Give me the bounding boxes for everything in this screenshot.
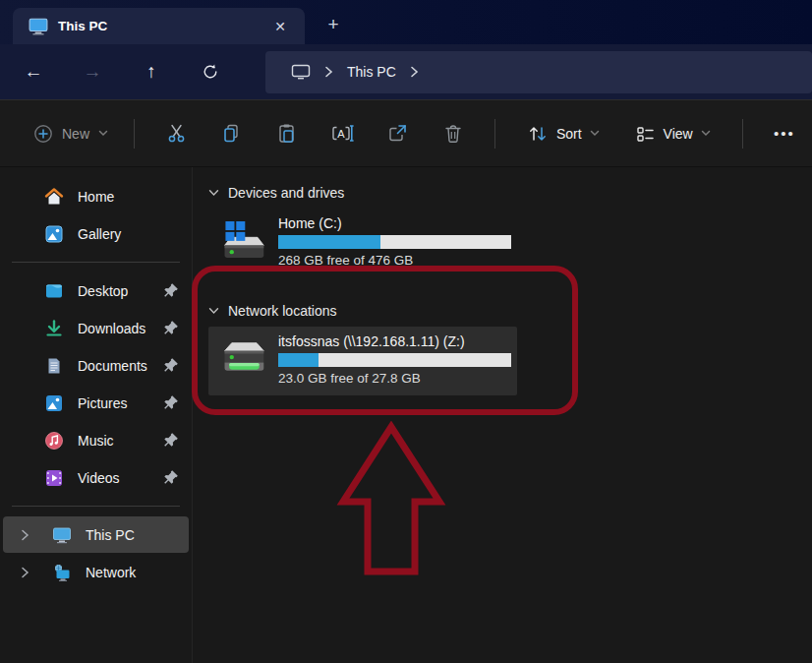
network-drive-icon bbox=[220, 333, 266, 383]
music-icon bbox=[44, 431, 64, 451]
share-button[interactable] bbox=[377, 113, 418, 154]
chevron-right-icon[interactable] bbox=[17, 567, 32, 578]
cut-button[interactable] bbox=[155, 113, 197, 154]
sidebar-item-documents[interactable]: Documents bbox=[3, 347, 189, 384]
sidebar-item-label: Music bbox=[78, 433, 114, 449]
sidebar-item-label: Gallery bbox=[78, 226, 121, 242]
refresh-icon bbox=[202, 63, 219, 81]
sort-icon bbox=[527, 124, 549, 144]
sidebar-item-music[interactable]: Music bbox=[3, 422, 189, 458]
new-tab-button[interactable]: + bbox=[319, 11, 348, 38]
chevron-down-icon bbox=[208, 189, 219, 197]
breadcrumb-chevron-icon bbox=[324, 66, 333, 78]
sidebar-item-home[interactable]: Home bbox=[3, 178, 189, 214]
view-icon bbox=[635, 124, 656, 144]
ellipsis-icon: ••• bbox=[774, 125, 795, 142]
toolbar-divider bbox=[134, 119, 135, 149]
section-devices-and-drives[interactable]: Devices and drives bbox=[208, 181, 812, 205]
pictures-icon bbox=[44, 393, 64, 413]
rename-icon: A bbox=[331, 123, 354, 144]
command-bar: New A bbox=[0, 99, 812, 167]
drive-name: Home (C:) bbox=[278, 215, 511, 232]
sidebar-item-downloads[interactable]: Downloads bbox=[3, 310, 189, 346]
sort-button[interactable]: Sort bbox=[515, 116, 611, 151]
view-button[interactable]: View bbox=[623, 116, 723, 151]
drive-free-space: 268 GB free of 476 GB bbox=[278, 252, 511, 269]
more-options-button[interactable]: ••• bbox=[764, 113, 805, 154]
drive-usage-bar bbox=[278, 235, 511, 249]
drive-usage-fill bbox=[278, 235, 380, 249]
sidebar-item-label: This PC bbox=[86, 527, 135, 543]
this-pc-icon bbox=[29, 17, 48, 36]
plus-circle-icon bbox=[33, 124, 53, 144]
new-button-label: New bbox=[62, 126, 89, 142]
sidebar-item-label: Network bbox=[86, 565, 136, 580]
network-icon bbox=[52, 563, 72, 582]
svg-text:A: A bbox=[337, 128, 345, 140]
chevron-down-icon bbox=[208, 307, 219, 315]
chevron-right-icon[interactable] bbox=[17, 529, 32, 541]
section-network-locations[interactable]: Network locations bbox=[208, 299, 812, 323]
pin-icon bbox=[163, 357, 179, 373]
explorer-tab[interactable]: This PC ✕ bbox=[13, 8, 305, 44]
sidebar-item-label: Downloads bbox=[78, 321, 145, 336]
drive-usage-bar bbox=[278, 353, 511, 367]
gallery-icon bbox=[44, 224, 64, 244]
toolbar-divider bbox=[494, 119, 495, 149]
breadcrumb-chevron-icon[interactable] bbox=[410, 66, 419, 78]
forward-button[interactable]: → bbox=[73, 54, 112, 90]
delete-button[interactable] bbox=[433, 113, 474, 154]
downloads-icon bbox=[44, 319, 64, 338]
sidebar-item-gallery[interactable]: Gallery bbox=[3, 215, 189, 252]
navigation-bar: ← → ↑ This PC bbox=[0, 44, 812, 99]
tab-title: This PC bbox=[58, 19, 258, 33]
home-icon bbox=[44, 187, 64, 207]
cut-icon bbox=[166, 123, 187, 144]
local-drive-icon bbox=[220, 215, 266, 265]
section-title: Devices and drives bbox=[228, 185, 344, 201]
documents-icon bbox=[44, 356, 64, 376]
videos-icon bbox=[44, 468, 64, 488]
rename-button[interactable]: A bbox=[321, 113, 363, 154]
sidebar-item-label: Home bbox=[78, 189, 114, 205]
share-icon bbox=[387, 123, 408, 144]
copy-button[interactable] bbox=[210, 113, 252, 154]
sidebar-divider bbox=[12, 262, 180, 263]
sort-button-label: Sort bbox=[556, 126, 582, 142]
drive-item-network-z[interactable]: itsfossnas (\\192.168.1.11) (Z:) 23.0 GB… bbox=[208, 327, 517, 395]
pin-icon bbox=[163, 432, 179, 448]
drive-item-c[interactable]: Home (C:) 268 GB free of 476 GB bbox=[208, 209, 517, 277]
paste-button[interactable] bbox=[266, 113, 308, 154]
tab-close-icon[interactable]: ✕ bbox=[267, 14, 293, 39]
pin-icon bbox=[163, 320, 179, 335]
up-button[interactable]: ↑ bbox=[132, 54, 171, 90]
breadcrumb-this-pc[interactable]: This PC bbox=[347, 64, 396, 80]
chevron-down-icon bbox=[590, 130, 600, 137]
sidebar-item-this-pc[interactable]: This PC bbox=[3, 516, 189, 553]
pin-icon bbox=[163, 469, 179, 485]
toolbar-divider bbox=[742, 119, 743, 149]
paste-icon bbox=[276, 123, 297, 144]
this-pc-icon bbox=[52, 525, 72, 545]
pin-icon bbox=[163, 282, 179, 298]
sidebar-item-network[interactable]: Network bbox=[3, 554, 189, 590]
file-list-pane: Devices and drives Home (C:) 268 GB free… bbox=[193, 167, 812, 663]
section-title: Network locations bbox=[228, 303, 337, 319]
title-bar: This PC ✕ + bbox=[0, 0, 812, 44]
new-button[interactable]: New bbox=[22, 116, 120, 151]
chevron-down-icon bbox=[98, 130, 108, 137]
address-bar[interactable]: This PC bbox=[265, 51, 812, 93]
sidebar-item-videos[interactable]: Videos bbox=[3, 459, 189, 496]
back-button[interactable]: ← bbox=[14, 54, 53, 90]
drive-name: itsfossnas (\\192.168.1.11) (Z:) bbox=[278, 333, 511, 350]
sidebar-item-pictures[interactable]: Pictures bbox=[3, 385, 189, 421]
sidebar-item-label: Desktop bbox=[78, 283, 128, 299]
sidebar: Home Gallery Desktop bbox=[0, 167, 193, 663]
view-button-label: View bbox=[664, 126, 693, 142]
sidebar-item-desktop[interactable]: Desktop bbox=[3, 272, 189, 309]
copy-icon bbox=[221, 123, 242, 144]
sidebar-divider bbox=[12, 506, 180, 507]
breadcrumb-pc-icon bbox=[291, 64, 311, 81]
sidebar-item-label: Videos bbox=[78, 470, 120, 486]
refresh-button[interactable] bbox=[191, 54, 230, 90]
